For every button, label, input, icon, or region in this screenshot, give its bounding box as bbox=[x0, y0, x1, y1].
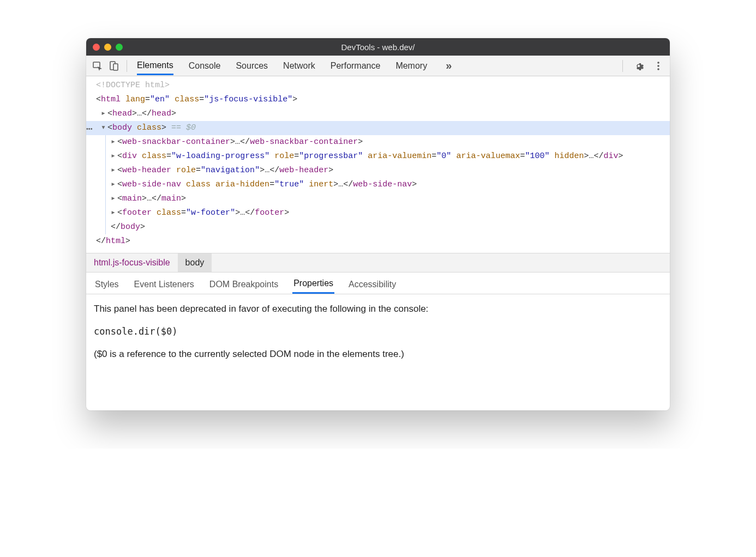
fullscreen-window-button[interactable] bbox=[116, 44, 123, 51]
dom-child-snackbar[interactable]: <web-snackbar-container>…</web-snackbar-… bbox=[86, 135, 670, 149]
properties-pane: This panel has been deprecated in favor … bbox=[86, 294, 670, 410]
minimize-window-button[interactable] bbox=[104, 44, 111, 51]
kebab-menu-icon[interactable] bbox=[651, 59, 665, 73]
tab-elements[interactable]: Elements bbox=[137, 56, 173, 75]
subtab-dom-breakpoints[interactable]: DOM Breakpoints bbox=[208, 275, 279, 294]
tab-memory[interactable]: Memory bbox=[395, 57, 427, 75]
main-toolbar: Elements Console Sources Network Perform… bbox=[86, 56, 670, 76]
svg-point-3 bbox=[638, 64, 640, 66]
dom-child-header[interactable]: <web-header role="navigation">…</web-hea… bbox=[86, 164, 670, 178]
subtab-event-listeners[interactable]: Event Listeners bbox=[133, 275, 195, 294]
more-tabs-button[interactable]: » bbox=[442, 59, 455, 72]
tab-sources[interactable]: Sources bbox=[236, 57, 268, 75]
subtab-accessibility[interactable]: Accessibility bbox=[347, 275, 397, 294]
tab-network[interactable]: Network bbox=[283, 57, 315, 75]
sidebar-subtabs: Styles Event Listeners DOM Breakpoints P… bbox=[86, 273, 670, 294]
titlebar: DevTools - web.dev/ bbox=[86, 38, 670, 56]
deprecation-message-line2: ($0 is a reference to the currently sele… bbox=[94, 347, 662, 361]
dom-body-close[interactable]: </body> bbox=[86, 220, 670, 234]
dom-doctype[interactable]: <!DOCTYPE html> bbox=[86, 78, 670, 93]
tree-guideline bbox=[105, 135, 106, 234]
dom-child-main[interactable]: <main>…</main> bbox=[86, 192, 670, 206]
settings-icon[interactable] bbox=[632, 59, 646, 73]
dom-tree[interactable]: <!DOCTYPE html> <html lang="en" class="j… bbox=[86, 76, 670, 253]
panel-tabs: Elements Console Sources Network Perform… bbox=[133, 56, 617, 75]
inspect-element-icon[interactable] bbox=[91, 59, 105, 73]
toolbar-divider-2 bbox=[622, 60, 623, 72]
toolbar-right bbox=[619, 59, 665, 73]
subtab-properties[interactable]: Properties bbox=[292, 274, 334, 294]
dom-child-sidenav[interactable]: <web-side-nav class aria-hidden="true" i… bbox=[86, 178, 670, 192]
deprecation-message-line1: This panel has been deprecated in favor … bbox=[94, 302, 662, 316]
traffic-lights bbox=[86, 44, 123, 51]
deprecation-code: console.dir($0) bbox=[94, 325, 662, 339]
close-window-button[interactable] bbox=[93, 44, 100, 51]
crumb-body[interactable]: body bbox=[178, 253, 212, 272]
tab-console[interactable]: Console bbox=[189, 57, 221, 75]
breadcrumb: html.js-focus-visible body bbox=[86, 253, 670, 273]
svg-rect-2 bbox=[113, 64, 118, 70]
dom-child-progress[interactable]: <div class="w-loading-progress" role="pr… bbox=[86, 149, 670, 164]
window-title: DevTools - web.dev/ bbox=[86, 43, 670, 52]
subtab-styles[interactable]: Styles bbox=[94, 275, 120, 294]
dom-child-footer[interactable]: <footer class="w-footer">…</footer> bbox=[86, 206, 670, 220]
svg-point-4 bbox=[657, 62, 659, 64]
svg-point-5 bbox=[657, 65, 659, 67]
crumb-html[interactable]: html.js-focus-visible bbox=[86, 253, 178, 272]
dom-body-open[interactable]: <body class> == $0 bbox=[86, 121, 670, 135]
dom-html-close[interactable]: </html> bbox=[86, 234, 670, 249]
devtools-window: DevTools - web.dev/ Elements Console Sou… bbox=[86, 38, 670, 410]
tab-performance[interactable]: Performance bbox=[331, 57, 381, 75]
dom-head[interactable]: <head>…</head> bbox=[86, 107, 670, 121]
dom-html-open[interactable]: <html lang="en" class="js-focus-visible"… bbox=[86, 93, 670, 107]
svg-rect-0 bbox=[93, 62, 100, 68]
device-toolbar-icon[interactable] bbox=[107, 59, 121, 73]
svg-point-6 bbox=[657, 68, 659, 70]
toolbar-divider bbox=[127, 60, 127, 72]
